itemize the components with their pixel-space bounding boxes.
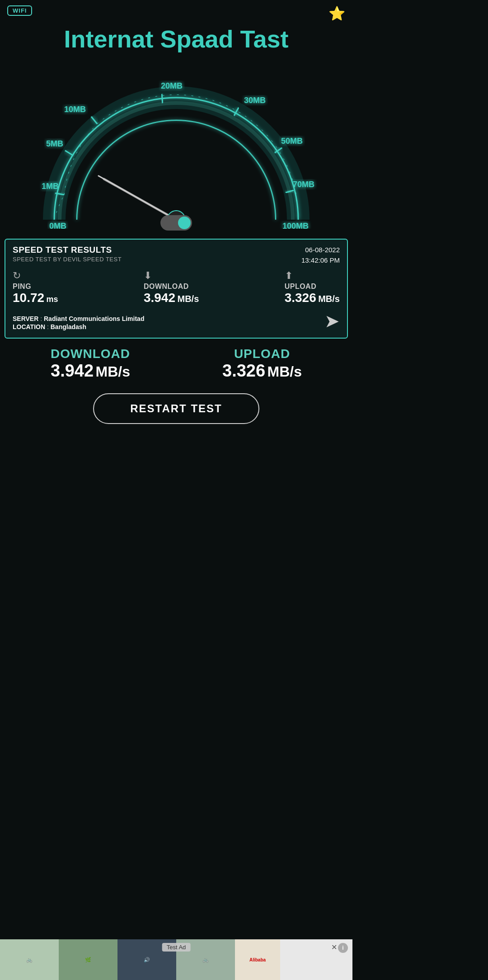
server-info: SERVER : Radiant Communications Limitad (13, 315, 144, 322)
upload-label-card: UPLOAD (285, 283, 317, 291)
restart-btn-container: RESTART TEST (5, 393, 348, 424)
upload-value-row: 3.326 MB/s (285, 291, 340, 305)
svg-text:10MB: 10MB (64, 105, 86, 114)
share-button[interactable]: ➤ (324, 311, 340, 331)
results-title-block: SPEED TEST RESULTS SPEED TEST BY DEVIL S… (13, 245, 122, 263)
main-upload-label: UPLOAD (222, 347, 302, 361)
download-label-card: DOWNLOAD (144, 283, 189, 291)
download-icon: ⬇ (144, 270, 152, 282)
ping-label: PING (13, 283, 31, 291)
download-value-row: 3.942 MB/s (144, 291, 199, 305)
main-upload-unit: MB/s (267, 363, 302, 380)
upload-icon: ⬆ (285, 270, 293, 282)
toggle-thumb (178, 217, 191, 229)
svg-text:5MB: 5MB (46, 139, 63, 148)
ping-metric: ↻ PING 10.72 ms (13, 270, 58, 305)
results-subtitle: SPEED TEST BY DEVIL SPEED TEST (13, 256, 122, 263)
download-metric: ⬇ DOWNLOAD 3.942 MB/s (144, 270, 199, 305)
app-title: Internat Spaad Tast (0, 21, 352, 52)
speedometer-container: 0MB 1MB 5MB 10MB 20MB 30MB 50MB 70MB 100… (32, 57, 321, 229)
results-card: SPEED TEST RESULTS SPEED TEST BY DEVIL S… (5, 239, 348, 339)
ping-value: 10.72 (13, 291, 44, 305)
results-date: 06-08-2022 (301, 245, 340, 255)
main-download-value: 3.942 (51, 361, 94, 380)
results-header-row: SPEED TEST RESULTS SPEED TEST BY DEVIL S… (13, 245, 340, 265)
main-download: DOWNLOAD 3.942 MB/s (51, 347, 130, 381)
location-info: LOCATION : Bangladash (13, 323, 144, 330)
speedometer-svg: 0MB 1MB 5MB 10MB 20MB 30MB 50MB 70MB 100… (32, 57, 321, 229)
header: WIFI ⭐ (0, 0, 352, 21)
main-upload-value: 3.326 (222, 361, 265, 380)
toggle-area[interactable] (0, 215, 352, 231)
download-unit-card: MB/s (177, 294, 199, 304)
dl-ul-section: DOWNLOAD 3.942 MB/s UPLOAD 3.326 MB/s (5, 347, 348, 381)
card-bottom-row: SERVER : Radiant Communications Limitad … (13, 311, 340, 331)
upload-unit-card: MB/s (318, 294, 340, 304)
svg-line-19 (99, 176, 176, 220)
upload-metric: ⬆ UPLOAD 3.326 MB/s (285, 270, 340, 305)
svg-text:30MB: 30MB (244, 96, 266, 105)
svg-text:70MB: 70MB (293, 180, 314, 189)
main-download-unit: MB/s (96, 363, 130, 380)
location-value: Bangladash (51, 323, 86, 330)
svg-text:1MB: 1MB (42, 182, 59, 191)
ping-value-row: 10.72 ms (13, 291, 58, 305)
main-download-label: DOWNLOAD (51, 347, 130, 361)
results-title: SPEED TEST RESULTS (13, 245, 122, 255)
download-value-card: 3.942 (144, 291, 175, 305)
location-label: LOCATION (13, 323, 45, 330)
main-upload-value-row: 3.326 MB/s (222, 361, 302, 381)
main-upload: UPLOAD 3.326 MB/s (222, 347, 302, 381)
upload-value-card: 3.326 (285, 291, 316, 305)
results-datetime: 06-08-2022 13:42:06 PM (301, 245, 340, 265)
server-value: Radiant Communications Limitad (44, 315, 144, 322)
svg-text:50MB: 50MB (281, 137, 303, 146)
results-time: 13:42:06 PM (301, 255, 340, 266)
server-label: SERVER (13, 315, 38, 322)
toggle-track[interactable] (160, 215, 192, 231)
server-location-block: SERVER : Radiant Communications Limitad … (13, 315, 144, 331)
ping-icon: ↻ (13, 270, 21, 282)
ping-unit: ms (47, 295, 58, 304)
results-metrics: ↻ PING 10.72 ms ⬇ DOWNLOAD 3.942 MB/s ⬆ … (13, 270, 340, 305)
star-icon[interactable]: ⭐ (328, 5, 345, 21)
wifi-badge: WIFI (7, 5, 32, 16)
main-download-value-row: 3.942 MB/s (51, 361, 130, 381)
restart-button[interactable]: RESTART TEST (93, 393, 259, 424)
svg-text:20MB: 20MB (161, 81, 183, 90)
